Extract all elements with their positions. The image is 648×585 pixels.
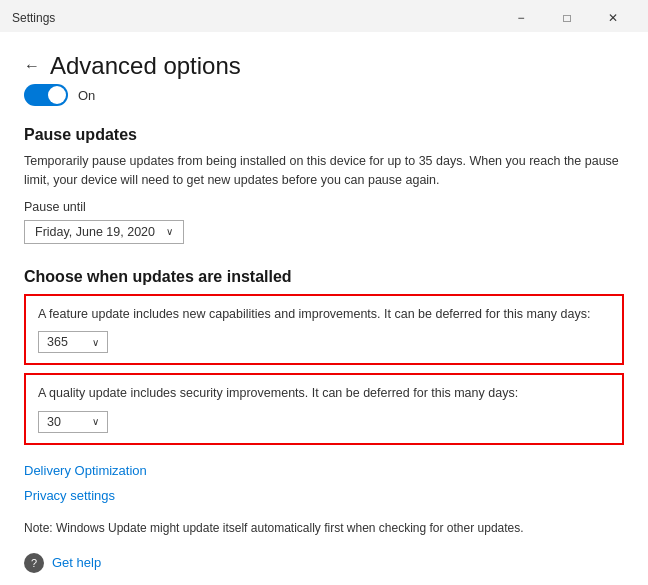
page-title: Advanced options	[50, 52, 241, 80]
window-controls: − □ ✕	[498, 6, 636, 30]
main-content: ← Advanced options On Pause updates Temp…	[0, 32, 648, 585]
note-text: Note: Windows Update might update itself…	[24, 519, 624, 537]
pause-dropdown-value: Friday, June 19, 2020	[35, 225, 155, 239]
title-bar: Settings − □ ✕	[0, 0, 648, 32]
links-section: Delivery Optimization Privacy settings	[24, 463, 624, 503]
choose-updates-section: Choose when updates are installed A feat…	[24, 268, 624, 445]
pause-updates-desc: Temporarily pause updates from being ins…	[24, 152, 624, 190]
toggle-label: On	[78, 88, 95, 103]
feature-dropdown-chevron-icon: ∨	[92, 337, 99, 348]
feature-update-value: 365	[47, 335, 68, 349]
quality-update-dropdown[interactable]: 30 ∨	[38, 411, 108, 433]
feature-update-dropdown[interactable]: 365 ∨	[38, 331, 108, 353]
feature-update-desc: A feature update includes new capabiliti…	[38, 306, 610, 324]
get-help-icon: ?	[24, 553, 44, 573]
choose-updates-title: Choose when updates are installed	[24, 268, 624, 286]
delivery-optimization-link[interactable]: Delivery Optimization	[24, 463, 624, 478]
maximize-button[interactable]: □	[544, 6, 590, 30]
quality-update-desc: A quality update includes security impro…	[38, 385, 610, 403]
pause-dropdown-chevron-icon: ∨	[166, 226, 173, 237]
quality-update-value: 30	[47, 415, 61, 429]
toggle-row: On	[24, 84, 624, 106]
quality-update-box: A quality update includes security impro…	[24, 373, 624, 445]
feature-update-box: A feature update includes new capabiliti…	[24, 294, 624, 366]
pause-until-label: Pause until	[24, 200, 624, 214]
minimize-button[interactable]: −	[498, 6, 544, 30]
quality-dropdown-chevron-icon: ∨	[92, 416, 99, 427]
on-off-toggle[interactable]	[24, 84, 68, 106]
pause-updates-section: Pause updates Temporarily pause updates …	[24, 126, 624, 244]
pause-until-dropdown[interactable]: Friday, June 19, 2020 ∨	[24, 220, 184, 244]
get-help-link[interactable]: Get help	[52, 555, 101, 570]
pause-updates-title: Pause updates	[24, 126, 624, 144]
page-header: ← Advanced options	[24, 52, 624, 80]
close-button[interactable]: ✕	[590, 6, 636, 30]
privacy-settings-link[interactable]: Privacy settings	[24, 488, 624, 503]
help-icon-symbol: ?	[31, 557, 37, 569]
get-help-row: ? Get help	[24, 553, 624, 573]
back-button[interactable]: ←	[24, 57, 40, 75]
window-title: Settings	[12, 11, 55, 25]
